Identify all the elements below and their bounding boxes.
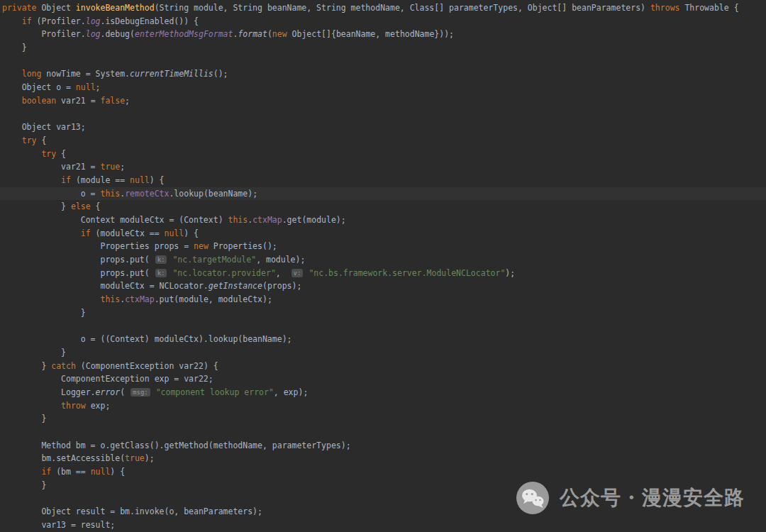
code-line-highlighted[interactable]: o = this.remoteCtx.lookup(beanName); — [0, 187, 766, 201]
code-token: "nc.targetModule" — [172, 255, 256, 265]
code-token: (Profiler. — [32, 16, 86, 26]
inlay-hint: k: — [155, 255, 167, 264]
code-token — [2, 228, 81, 238]
code-token: ); — [505, 268, 515, 278]
code-line[interactable]: var21 = true; — [0, 160, 766, 174]
code-token: .put(module, moduleCtx); — [155, 294, 272, 304]
code-token: moduleCtx = NCLocator. — [2, 281, 209, 291]
code-token: null — [165, 228, 184, 238]
code-line[interactable]: if (Profiler.log.isDebugEnabled()) { — [0, 15, 766, 28]
code-line[interactable]: this.ctxMap.put(module, moduleCtx); — [0, 293, 766, 306]
code-line[interactable]: try { — [0, 134, 766, 148]
code-token: boolean — [22, 96, 56, 106]
code-line[interactable]: o = ((Context) moduleCtx).lookup(beanNam… — [0, 333, 766, 346]
code-token: Throwable { — [679, 3, 738, 13]
code-token: } — [2, 414, 46, 423]
code-token: Method bm = o.getClass().getMethod(metho… — [2, 440, 351, 450]
code-token — [2, 96, 22, 106]
code-line[interactable]: long nowTime = System.currentTimeMillis(… — [0, 67, 766, 81]
code-token: if — [61, 175, 71, 185]
code-line[interactable] — [0, 320, 766, 333]
code-token — [2, 175, 61, 185]
code-line[interactable]: boolean var21 = false; — [0, 94, 766, 108]
code-token: error — [96, 387, 121, 397]
code-line[interactable]: Object var13; — [0, 121, 766, 134]
code-line[interactable]: throw exp; — [0, 399, 766, 413]
code-token: Object o = — [2, 82, 76, 92]
code-token: ; — [96, 82, 101, 92]
code-token: ) { — [184, 228, 199, 238]
code-line[interactable]: Context moduleCtx = (Context) this.ctxMa… — [0, 214, 766, 227]
watermark-text: 公众号・漫漫安全路 — [560, 484, 745, 511]
code-line[interactable]: props.put( k: "nc.targetModule", module)… — [0, 253, 766, 267]
code-line[interactable]: Object o = null; — [0, 81, 766, 94]
code-token: ); — [145, 453, 155, 463]
code-line[interactable] — [0, 426, 766, 439]
code-line[interactable]: var13 = result; — [0, 519, 766, 532]
code-token: .lookup(beanName); — [169, 189, 257, 199]
code-line[interactable]: try { — [0, 148, 766, 161]
code-line[interactable] — [0, 108, 766, 121]
code-token: null — [91, 467, 111, 477]
code-token: } — [2, 308, 86, 318]
inlay-hint: k: — [155, 269, 167, 277]
code-token: Properties(); — [209, 241, 277, 251]
code-line[interactable]: if (bm == null) { — [0, 465, 766, 479]
code-token: ; — [125, 96, 130, 106]
code-line[interactable]: ComponentException exp = var22; — [0, 372, 766, 386]
code-line[interactable]: Profiler.log.debug(enterMethodMsgFormat.… — [0, 28, 766, 41]
code-line[interactable] — [0, 55, 766, 68]
code-token: this — [100, 189, 120, 199]
code-line[interactable]: Properties props = new Properties(); — [0, 240, 766, 253]
code-token: (ComponentException var22) { — [76, 361, 218, 371]
code-token: true — [125, 453, 145, 463]
code-token: { — [56, 149, 66, 159]
code-line[interactable]: bm.setAccessible(true); — [0, 452, 766, 465]
code-token: } — [2, 361, 51, 371]
code-token — [2, 135, 22, 145]
code-token: if — [81, 228, 91, 238]
code-token: this — [100, 294, 120, 304]
code-line[interactable]: if (moduleCtx == null) { — [0, 227, 766, 240]
code-token: format — [238, 29, 267, 39]
code-token: Object[]{beanName, methodName})); — [287, 29, 454, 39]
code-line[interactable]: } — [0, 412, 766, 426]
code-token: Context moduleCtx = (Context) — [2, 215, 228, 225]
code-token: ctxMap — [125, 294, 155, 304]
code-token: try — [22, 135, 37, 145]
code-editor[interactable]: private Object invokeBeanMethod(String m… — [0, 0, 766, 532]
code-line[interactable]: props.put( k: "nc.locator.provider", v: … — [0, 267, 766, 280]
code-token: props.put( — [2, 255, 155, 265]
code-token: "nc.locator.provider" — [172, 268, 275, 278]
code-token: exp; — [86, 401, 111, 411]
code-token: if — [22, 16, 32, 26]
code-line[interactable]: } else { — [0, 200, 766, 214]
code-token: .get(module); — [282, 215, 346, 225]
code-line[interactable]: if (module == null) { — [0, 174, 766, 187]
code-token: "nc.bs.framework.server.ModuleNCLocator" — [309, 268, 505, 278]
code-line[interactable]: private Object invokeBeanMethod(String m… — [0, 1, 766, 15]
code-token: currentTimeMillis — [130, 69, 213, 79]
code-token: null — [130, 175, 150, 185]
code-line[interactable]: moduleCtx = NCLocator.getInstance(props)… — [0, 279, 766, 293]
code-token — [2, 294, 100, 304]
code-token: if — [41, 467, 51, 477]
code-token: remoteCtx — [125, 189, 169, 199]
code-token: .isDebugEnabled()) { — [101, 16, 199, 26]
code-line[interactable]: } catch (ComponentException var22) { — [0, 360, 766, 373]
code-token: ctxMap — [252, 215, 282, 225]
code-token: Object result = bm.invoke(o, beanParamet… — [2, 506, 262, 516]
code-token: log — [86, 29, 101, 39]
code-token: Logger. — [2, 387, 96, 397]
code-line[interactable]: } — [0, 41, 766, 55]
code-token: (props); — [262, 281, 301, 291]
code-line[interactable]: Method bm = o.getClass().getMethod(metho… — [0, 439, 766, 453]
code-token: } — [2, 348, 66, 358]
code-line[interactable]: } — [0, 306, 766, 320]
code-token: Profiler. — [2, 29, 86, 39]
code-token: ; — [120, 162, 125, 172]
code-token — [2, 69, 22, 79]
code-line[interactable]: } — [0, 346, 766, 360]
code-line[interactable]: Logger.error( msg: "component lookup err… — [0, 386, 766, 399]
code-token: null — [76, 82, 96, 92]
